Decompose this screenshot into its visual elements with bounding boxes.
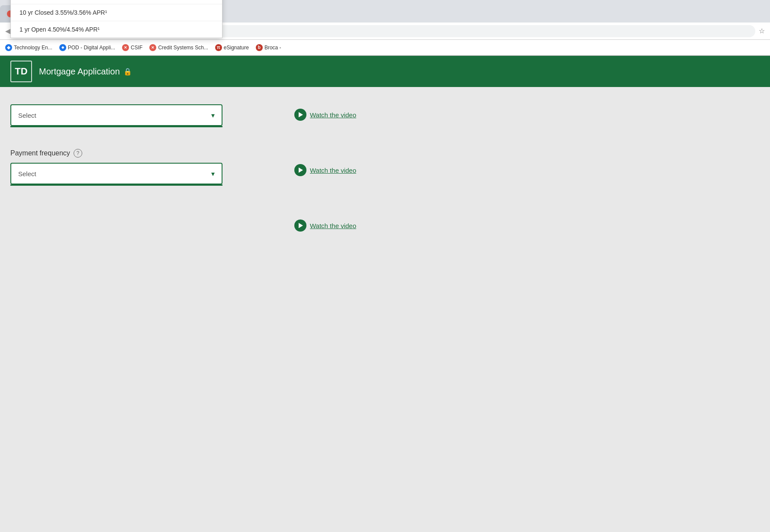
watch-video-label-1: Watch the video — [310, 111, 356, 119]
bookmark-label-csif: CSIF — [131, 45, 142, 51]
payment-frequency-arrow-icon: ▾ — [211, 170, 215, 178]
play-triangle-3 — [299, 223, 303, 228]
play-triangle-2 — [299, 168, 303, 173]
favicon-esignature: π — [215, 44, 222, 51]
favicon-pod: ◆ — [59, 44, 66, 51]
rate-dropdown-select[interactable]: Select ▾ — [10, 104, 222, 126]
play-icon-1 — [294, 109, 306, 121]
app-title: Mortgage Application 🔒 — [39, 67, 132, 77]
dropdown-arrow-icon: ▾ — [211, 111, 215, 119]
play-icon-2 — [294, 164, 306, 176]
bookmark-label-broca: Broca - — [264, 45, 281, 51]
watch-video-link-2[interactable]: Watch the video — [294, 164, 753, 176]
play-triangle-1 — [299, 112, 303, 117]
watch-video-label-2: Watch the video — [310, 167, 356, 174]
watch-video-link-1[interactable]: Watch the video — [294, 109, 753, 121]
td-header: TD Mortgage Application 🔒 — [0, 56, 770, 87]
bookmark-star[interactable]: ☆ — [759, 27, 765, 35]
bookmark-csif[interactable]: ✕ CSIF — [122, 44, 142, 51]
bookmark-pod[interactable]: ◆ POD - Digital Appli... — [59, 44, 115, 51]
play-icon-3 — [294, 219, 306, 232]
bookmark-label-esignature: eSignature — [224, 45, 249, 51]
payment-frequency-dropdown[interactable]: Select ▾ — [10, 163, 222, 184]
favicon-credit-systems: ✕ — [149, 44, 156, 51]
payment-frequency-label: Payment frequency — [10, 149, 70, 157]
bookmark-label-credit-systems: Credit Systems Sch... — [158, 45, 208, 51]
rate-dropdown-value: Select — [18, 112, 36, 119]
left-panel: Select TODAY'S RATES 6 mo Closed 3.30%/3… — [0, 104, 277, 232]
payment-frequency-value: Select — [18, 170, 36, 177]
dropdown-option-1yr-open[interactable]: 1 yr Open 4.50%/4.54% APR¹ — [11, 21, 222, 38]
bookmarks-bar: ◆ Technology En... ◆ POD - Digital Appli… — [0, 40, 770, 55]
rate-dropdown-menu[interactable]: Select TODAY'S RATES 6 mo Closed 3.30%/3… — [10, 0, 222, 38]
dropdown-option-7yr[interactable]: 7 yr Closed 3.46%/3.47% APR² — [11, 0, 222, 4]
bookmark-broca[interactable]: b Broca - — [256, 44, 281, 51]
favicon-csif: ✕ — [122, 44, 129, 51]
bookmark-label-pod: POD - Digital Appli... — [68, 45, 115, 51]
payment-frequency-section: Payment frequency ? Select ▾ — [10, 149, 267, 186]
payment-frequency-underline — [10, 184, 222, 186]
payment-frequency-label-row: Payment frequency ? — [10, 149, 267, 158]
favicon-broca: b — [256, 44, 263, 51]
bookmark-technology[interactable]: ◆ Technology En... — [5, 44, 52, 51]
back-button[interactable]: ◀ — [5, 27, 10, 35]
help-icon[interactable]: ? — [74, 149, 82, 158]
main-area: Select TODAY'S RATES 6 mo Closed 3.30%/3… — [0, 87, 770, 232]
right-panel: Watch the video Watch the video Watch th… — [277, 104, 770, 232]
lock-icon: 🔒 — [123, 68, 132, 76]
dropdown-option-10yr[interactable]: 10 yr Closed 3.55%/3.56% APR¹ — [11, 4, 222, 21]
dropdown-underline — [10, 126, 222, 127]
td-logo: TD — [10, 61, 32, 82]
watch-video-link-3[interactable]: Watch the video — [294, 219, 753, 232]
page-content: TD Mortgage Application 🔒 Select TODAY'S… — [0, 56, 770, 532]
favicon-technology: ◆ — [5, 44, 12, 51]
app-title-text: Mortgage Application — [39, 67, 120, 77]
bookmark-esignature[interactable]: π eSignature — [215, 44, 249, 51]
bookmark-label-technology: Technology En... — [14, 45, 52, 51]
bookmark-credit-systems[interactable]: ✕ Credit Systems Sch... — [149, 44, 208, 51]
watch-video-label-3: Watch the video — [310, 222, 356, 229]
rate-dropdown-wrapper: Select TODAY'S RATES 6 mo Closed 3.30%/3… — [10, 104, 267, 127]
